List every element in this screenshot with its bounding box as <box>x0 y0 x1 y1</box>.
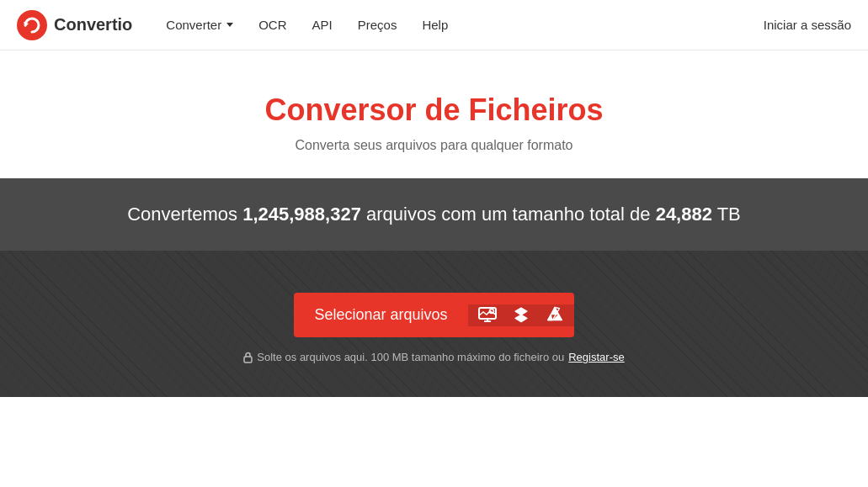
main-nav: Converter OCR API Preços Help <box>166 18 763 32</box>
stats-text: Convertemos 1,245,988,327 arquivos com u… <box>127 204 741 225</box>
hero-section: Conversor de Ficheiros Converta seus arq… <box>0 50 868 178</box>
header-right: Iniciar a sessão <box>764 18 851 33</box>
signin-button[interactable]: Iniciar a sessão <box>764 18 851 32</box>
svg-rect-15 <box>244 357 252 363</box>
svg-point-0 <box>17 10 47 40</box>
google-drive-icon[interactable] <box>544 304 566 326</box>
upload-area: Selecionar arquivos <box>0 251 868 397</box>
nav-help[interactable]: Help <box>422 18 448 32</box>
lock-icon <box>243 352 253 363</box>
nav-ocr[interactable]: OCR <box>258 18 286 32</box>
dropbox-icon[interactable] <box>510 304 532 326</box>
svg-marker-8 <box>515 315 527 321</box>
stats-size: 24,882 <box>656 204 712 225</box>
register-link[interactable]: Registar-se <box>568 351 624 363</box>
nav-precos[interactable]: Preços <box>358 18 397 32</box>
hero-subtitle: Converta seus arquivos para qualquer for… <box>296 138 573 153</box>
nav-converter[interactable]: Converter <box>166 18 233 32</box>
computer-icon[interactable] <box>477 304 498 326</box>
svg-marker-7 <box>515 308 527 315</box>
hero-title: Conversor de Ficheiros <box>264 93 603 128</box>
nav-api[interactable]: API <box>312 18 333 32</box>
logo-text: Convertio <box>54 15 132 34</box>
logo[interactable]: Convertio <box>17 10 132 40</box>
upload-hint: Solte os arquivos aqui. 100 MB tamanho m… <box>243 351 624 363</box>
upload-icons <box>468 304 574 326</box>
stats-count: 1,245,988,327 <box>242 204 361 225</box>
select-files-label: Selecionar arquivos <box>294 293 467 337</box>
chevron-down-icon <box>226 23 233 27</box>
logo-icon <box>17 10 47 40</box>
stats-banner: Convertemos 1,245,988,327 arquivos com u… <box>0 178 868 251</box>
select-files-button[interactable]: Selecionar arquivos <box>294 293 573 337</box>
header: Convertio Converter OCR API Preços Help … <box>0 0 868 50</box>
